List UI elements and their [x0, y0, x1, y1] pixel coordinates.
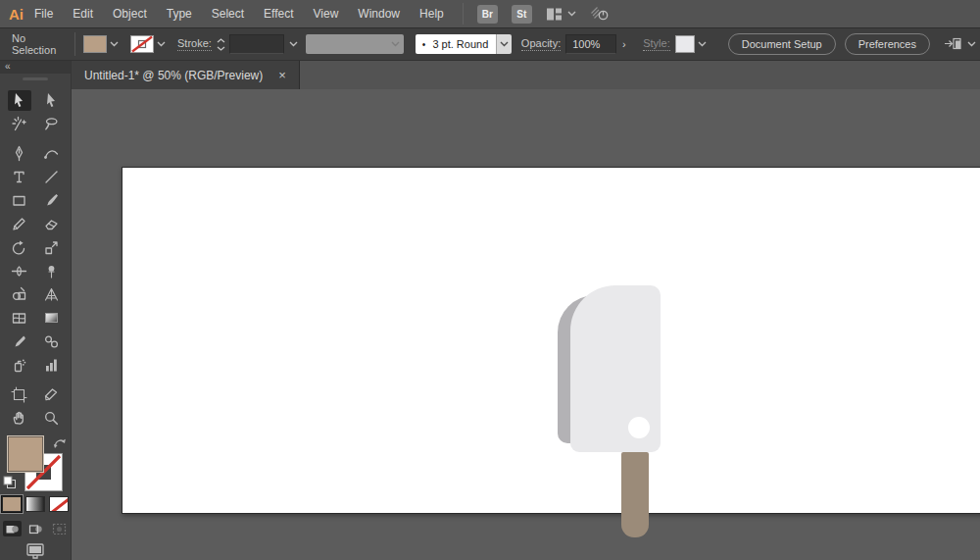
type-tool[interactable] — [8, 167, 31, 187]
rotate-tool-icon — [11, 239, 27, 256]
menu-window[interactable]: Window — [349, 7, 409, 21]
symbol-sprayer-tool[interactable] — [8, 355, 31, 376]
popsicle-stick-shape[interactable] — [621, 452, 649, 537]
magic-wand-tool-icon — [11, 116, 27, 132]
line-segment-tool[interactable] — [40, 167, 64, 187]
pen-tool[interactable] — [8, 143, 31, 164]
draw-normal-button[interactable] — [3, 521, 22, 536]
rotate-tool[interactable] — [8, 237, 31, 258]
direct-selection-tool-icon — [43, 92, 60, 109]
panel-dock-icon[interactable] — [943, 37, 976, 52]
brush-definition-value: 3 pt. Round — [432, 38, 488, 50]
lasso-tool-icon — [43, 116, 60, 132]
pen-tool-icon — [11, 145, 27, 162]
menu-object[interactable]: Object — [104, 7, 156, 21]
tools-panel: « — [0, 61, 72, 560]
direct-selection-tool[interactable] — [40, 90, 64, 111]
chevron-down-icon[interactable] — [289, 41, 298, 47]
hand-tool[interactable] — [8, 408, 31, 429]
menu-file[interactable]: File — [25, 7, 62, 21]
panel-collapse-button[interactable]: « — [0, 61, 71, 74]
chevron-down-icon — [157, 41, 166, 47]
screen-mode-icon — [24, 542, 46, 560]
eraser-tool-icon — [43, 216, 60, 232]
magic-wand-tool[interactable] — [8, 114, 31, 134]
stroke-weight-field[interactable] — [229, 34, 284, 54]
color-button[interactable] — [2, 496, 22, 512]
tab-close-icon[interactable]: × — [278, 68, 286, 82]
paintbrush-tool-icon — [43, 192, 60, 209]
mesh-tool[interactable] — [8, 308, 31, 329]
menu-edit[interactable]: Edit — [64, 7, 102, 21]
brush-definition-dropdown[interactable]: • 3 pt. Round — [416, 34, 512, 54]
pencil-tool[interactable] — [8, 214, 31, 234]
chevron-down-icon — [698, 41, 707, 47]
blend-tool[interactable] — [40, 331, 64, 352]
eyedropper-tool-icon — [11, 333, 27, 350]
document-setup-button[interactable]: Document Setup — [728, 33, 836, 55]
share-screen-icon[interactable] — [590, 6, 610, 22]
menu-select[interactable]: Select — [203, 7, 253, 21]
artboard[interactable] — [122, 167, 980, 514]
paintbrush-tool[interactable] — [40, 190, 64, 211]
stroke-label[interactable]: Stroke: — [177, 37, 212, 51]
scale-tool[interactable] — [40, 237, 64, 258]
artboard-tool[interactable] — [8, 384, 31, 405]
menu-type[interactable]: Type — [158, 7, 201, 21]
shape-builder-tool-icon — [11, 286, 27, 303]
graphic-style-swatch[interactable] — [675, 35, 695, 53]
app-logo[interactable]: Ai — [9, 6, 24, 23]
stroke-weight-stepper[interactable] — [217, 38, 225, 51]
swap-fill-stroke-icon[interactable] — [53, 436, 67, 449]
selection-tool[interactable] — [8, 90, 31, 111]
fill-color-swatch[interactable] — [83, 35, 107, 53]
lasso-tool[interactable] — [40, 114, 64, 134]
preferences-button[interactable]: Preferences — [845, 33, 930, 55]
default-fill-stroke-icon[interactable] — [3, 476, 17, 489]
symbol-sprayer-tool-icon — [11, 357, 27, 374]
menubar-separator — [463, 3, 464, 25]
width-tool[interactable] — [8, 261, 31, 281]
change-screen-mode-button[interactable] — [0, 542, 71, 560]
stock-button[interactable]: St — [512, 5, 532, 24]
slice-tool[interactable] — [40, 384, 64, 405]
stroke-none-swatch[interactable] — [130, 35, 154, 53]
chevron-down-icon — [110, 41, 119, 47]
gradient-button[interactable] — [25, 496, 45, 512]
fill-swatch[interactable] — [7, 435, 44, 473]
fill-color-dropdown[interactable] — [83, 35, 119, 53]
workspace-switcher-icon[interactable] — [546, 7, 576, 22]
bridge-button[interactable]: Br — [477, 5, 498, 24]
draw-behind-button[interactable] — [26, 521, 45, 536]
popsicle-dot-shape[interactable] — [628, 417, 650, 438]
graphic-style-dropdown[interactable] — [675, 35, 707, 53]
opacity-expand-arrow[interactable]: › — [616, 34, 631, 54]
perspective-grid-tool[interactable] — [40, 284, 64, 305]
opacity-field[interactable]: 100% — [565, 34, 616, 54]
canvas-area[interactable] — [72, 89, 980, 560]
controlbar-separator — [74, 32, 75, 56]
menu-help[interactable]: Help — [411, 7, 453, 21]
menu-effect[interactable]: Effect — [255, 7, 302, 21]
stroke-color-dropdown[interactable] — [130, 35, 166, 53]
document-tab[interactable]: Untitled-1* @ 50% (RGB/Preview) × — [72, 61, 300, 89]
perspective-grid-tool-icon — [43, 286, 60, 303]
column-graph-tool[interactable] — [40, 355, 64, 376]
control-bar: No Selection Stroke: • 3 pt. Round Opaci… — [0, 27, 980, 61]
shape-builder-tool[interactable] — [8, 284, 31, 305]
eraser-tool[interactable] — [40, 214, 64, 234]
menu-view[interactable]: View — [305, 7, 348, 21]
zoom-tool[interactable] — [40, 408, 64, 429]
panel-grip[interactable] — [23, 77, 48, 80]
none-button[interactable] — [49, 496, 69, 512]
eyedropper-tool[interactable] — [8, 331, 31, 352]
curvature-tool[interactable] — [40, 143, 64, 164]
opacity-label[interactable]: Opacity: — [521, 37, 561, 51]
rectangle-tool[interactable] — [8, 190, 31, 211]
fill-stroke-widget — [0, 435, 71, 492]
scale-tool-icon — [43, 239, 60, 256]
puppet-warp-tool[interactable] — [40, 261, 64, 281]
gradient-tool[interactable] — [40, 308, 64, 329]
type-tool-icon — [11, 169, 27, 185]
selection-status: No Selection — [12, 32, 73, 56]
